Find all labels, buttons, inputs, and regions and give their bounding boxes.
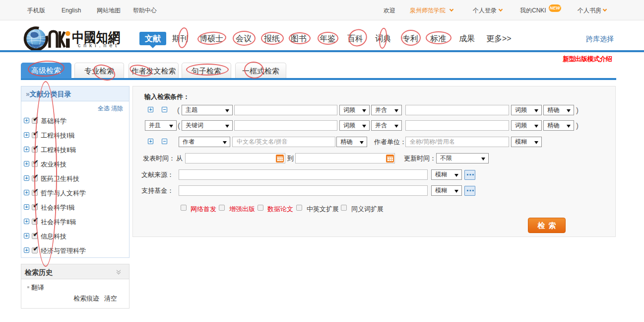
svg-text:cnki.net: cnki.net bbox=[78, 42, 120, 48]
